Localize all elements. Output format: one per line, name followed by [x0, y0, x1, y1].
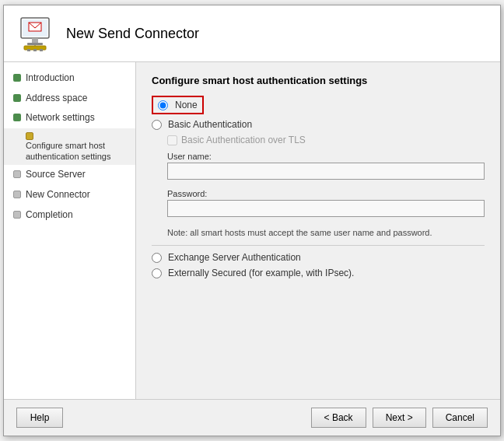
- sidebar-item-label-network-settings: Network settings: [26, 112, 95, 124]
- basic-auth-radio[interactable]: [152, 120, 162, 130]
- basic-auth-tls-row: Basic Authentication over TLS: [167, 135, 485, 145]
- dialog-footer: Help < Back Next > Cancel: [4, 399, 500, 436]
- section-title: Configure smart host authentication sett…: [152, 75, 485, 86]
- next-button[interactable]: Next >: [373, 408, 426, 428]
- back-button[interactable]: < Back: [311, 408, 366, 428]
- sidebar-item-label-source-server: Source Server: [26, 169, 86, 181]
- exchange-auth-radio[interactable]: [152, 253, 162, 263]
- sidebar: Introduction Address space Network setti…: [4, 62, 136, 399]
- cancel-button[interactable]: Cancel: [432, 408, 488, 428]
- note-text: Note: all smart hosts must accept the sa…: [167, 228, 485, 237]
- password-input[interactable]: [167, 200, 485, 217]
- sidebar-item-completion[interactable]: Completion: [4, 205, 135, 226]
- network-indicator: [13, 114, 21, 121]
- username-label: User name:: [167, 152, 485, 161]
- intro-indicator: [13, 74, 21, 82]
- separator: [152, 245, 485, 246]
- exchange-auth-option-row: Exchange Server Authentication: [152, 252, 485, 263]
- svg-rect-7: [27, 49, 30, 51]
- basic-auth-radio-label[interactable]: Basic Authentication: [168, 119, 252, 130]
- sidebar-item-configure-smart-host[interactable]: Configure smart host authentication sett…: [4, 128, 135, 166]
- sidebar-item-label-new-connector: New Connector: [26, 189, 90, 201]
- dialog: New Send Connector Introduction Address …: [3, 5, 501, 436]
- none-radio-label[interactable]: None: [175, 100, 198, 110]
- source-indicator: [13, 170, 21, 178]
- dialog-title: New Send Connector: [66, 26, 199, 42]
- completion-indicator: [13, 211, 21, 219]
- exchange-auth-label[interactable]: Exchange Server Authentication: [168, 252, 301, 263]
- sidebar-item-introduction[interactable]: Introduction: [4, 68, 135, 89]
- none-option-row: None: [152, 96, 485, 114]
- sidebar-item-label-completion: Completion: [26, 209, 73, 222]
- svg-rect-9: [40, 49, 43, 51]
- basic-auth-tls-checkbox[interactable]: [167, 135, 177, 145]
- address-indicator: [13, 94, 21, 102]
- none-radio-highlight: None: [152, 96, 204, 114]
- password-label: Password:: [167, 189, 485, 198]
- svg-rect-8: [33, 49, 37, 51]
- sidebar-item-label-configure: Configure smart host authentication sett…: [26, 141, 110, 161]
- basic-auth-option-row: Basic Authentication: [152, 119, 485, 130]
- sidebar-item-label-address-space: Address space: [26, 93, 87, 105]
- basic-auth-indent-section: Basic Authentication over TLS User name:…: [167, 135, 485, 237]
- new-connector-indicator: [13, 191, 21, 198]
- sidebar-item-source-server[interactable]: Source Server: [4, 165, 135, 185]
- sidebar-item-network-settings[interactable]: Network settings: [4, 108, 135, 128]
- dialog-header: New Send Connector: [4, 5, 500, 62]
- externally-secured-option-row: Externally Secured (for example, with IP…: [152, 268, 485, 278]
- help-button[interactable]: Help: [16, 408, 63, 428]
- footer-right-buttons: < Back Next > Cancel: [311, 408, 488, 428]
- sidebar-item-label-introduction: Introduction: [26, 72, 75, 85]
- externally-secured-label[interactable]: Externally Secured (for example, with IP…: [168, 268, 354, 278]
- connector-icon: [16, 15, 54, 52]
- externally-secured-radio[interactable]: [152, 268, 162, 278]
- svg-rect-3: [32, 38, 38, 43]
- sidebar-item-new-connector[interactable]: New Connector: [4, 185, 135, 205]
- main-content: Configure smart host authentication sett…: [136, 62, 500, 399]
- none-radio[interactable]: [158, 100, 168, 110]
- basic-auth-tls-label: Basic Authentication over TLS: [181, 135, 306, 145]
- sidebar-item-address-space[interactable]: Address space: [4, 89, 135, 109]
- dialog-body: Introduction Address space Network setti…: [4, 62, 500, 399]
- username-input[interactable]: [167, 163, 485, 180]
- configure-indicator: [26, 132, 33, 140]
